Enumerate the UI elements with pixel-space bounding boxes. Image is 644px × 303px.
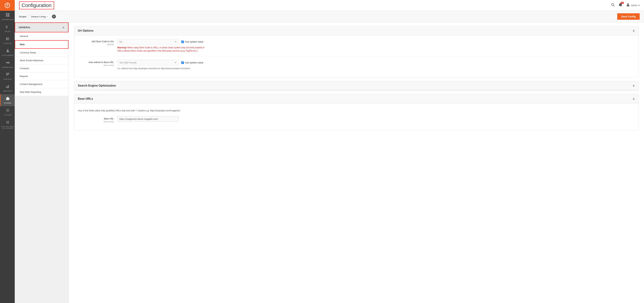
- svg-rect-12: [7, 99, 8, 100]
- user-dropdown-icon: ▾: [638, 4, 640, 7]
- url-options-header[interactable]: Url Options ∧: [74, 26, 638, 35]
- stores-icon: [6, 96, 10, 101]
- nav-item-general[interactable]: General: [15, 32, 68, 40]
- scope-select[interactable]: Default Config ▾: [29, 14, 50, 19]
- svg-point-16: [627, 3, 629, 5]
- svg-rect-10: [7, 86, 8, 88]
- header: Configuration 39 admin ▾: [15, 0, 644, 11]
- svg-rect-9: [6, 87, 7, 88]
- nav-item-currency-setup[interactable]: Currency Setup: [15, 49, 68, 56]
- sidebar-item-sales-label: SALES: [5, 30, 10, 32]
- seo-section-header[interactable]: Search Engine Optimization ∨: [74, 81, 638, 90]
- nav-item-contacts[interactable]: Contacts: [15, 64, 68, 72]
- main-content: Configuration 39 admin ▾ Scope: Default …: [15, 0, 644, 303]
- customers-icon: [6, 49, 10, 53]
- left-panel: GENERAL ∧ General Web Currency Setup Sto…: [15, 22, 69, 303]
- auto-redirect-select-row: No Yes (302 Found) Yes (301 Moved Perman…: [117, 60, 635, 65]
- auto-redirect-system-value-label: Use system value: [181, 61, 204, 64]
- svg-rect-8: [6, 75, 8, 75]
- base-url-field: Base URL [store view]: [78, 116, 635, 127]
- scope-label: Scope:: [19, 15, 27, 18]
- find-partners-icon: [6, 120, 10, 125]
- sidebar-item-customers[interactable]: CUSTOMERS: [0, 46, 15, 58]
- svg-rect-7: [6, 74, 9, 74]
- sidebar-item-reports[interactable]: REPORTS: [0, 82, 15, 94]
- seo-section-title: Search Engine Optimization: [78, 84, 116, 87]
- auto-redirect-control: No Yes (302 Found) Yes (301 Moved Perman…: [117, 60, 635, 70]
- sidebar-item-dashboard[interactable]: DASHBOARD: [0, 11, 15, 23]
- user-name: admin: [631, 4, 637, 7]
- url-options-section: Url Options ∧ Add Store Code to Urls [gl…: [74, 26, 638, 77]
- reports-icon: [6, 84, 10, 89]
- svg-line-15: [613, 5, 614, 7]
- catalog-icon: [6, 37, 10, 42]
- scope-value: Default Config: [31, 15, 46, 18]
- help-icon: ?: [53, 15, 54, 18]
- sales-icon: $: [6, 25, 10, 30]
- base-url-control: [117, 116, 635, 122]
- sidebar-item-marketing-label: MARKETING: [2, 66, 13, 68]
- auto-redirect-system-value-checkbox[interactable]: [181, 61, 184, 64]
- base-urls-title: Base URLs: [78, 97, 93, 100]
- svg-text:$: $: [6, 25, 8, 29]
- sidebar-item-system-label: SYSTEM: [4, 114, 11, 116]
- sidebar-item-reports-label: REPORTS: [3, 90, 12, 92]
- svg-point-5: [7, 49, 8, 51]
- svg-point-14: [612, 3, 614, 5]
- svg-point-13: [7, 110, 8, 111]
- svg-rect-3: [8, 15, 10, 17]
- scope-controls: Scope: Default Config ▾ ?: [19, 14, 56, 19]
- add-store-code-select-row: No Yes Use system value: [117, 39, 635, 44]
- sidebar-item-content[interactable]: CONTENT: [0, 70, 15, 82]
- notification-count: 39: [621, 2, 624, 4]
- svg-rect-2: [6, 15, 8, 17]
- add-store-code-control: No Yes Use system value Warning! When us…: [117, 39, 635, 52]
- base-urls-body: Any of the fields allow fully qualified …: [74, 103, 638, 130]
- url-options-chevron: ∧: [632, 29, 635, 33]
- sidebar-logo: [0, 0, 15, 11]
- base-urls-chevron: ∧: [632, 97, 635, 101]
- nav-item-store-email[interactable]: Store Email Addresses: [15, 56, 68, 64]
- sidebar-item-dashboard-label: DASHBOARD: [2, 18, 14, 20]
- sidebar-item-catalog-label: CATALOG: [4, 42, 12, 44]
- base-url-input[interactable]: [117, 116, 178, 122]
- auto-redirect-label: Auto-redirect to Base URL [store view]: [78, 60, 117, 67]
- sidebar-item-system[interactable]: SYSTEM: [0, 106, 15, 118]
- sidebar-item-content-label: CONTENT: [3, 78, 12, 80]
- save-config-button[interactable]: Save Config: [617, 13, 640, 20]
- add-store-code-select[interactable]: No Yes: [117, 39, 178, 44]
- page-title: Configuration: [19, 1, 54, 9]
- dashboard-icon: [6, 13, 10, 18]
- seo-chevron: ∨: [632, 84, 635, 88]
- sidebar-item-find-partners[interactable]: FIND PARTNERS & EXTENSIONS: [0, 118, 15, 131]
- content-icon: [6, 72, 10, 77]
- base-urls-header[interactable]: Base URLs ∧: [74, 94, 638, 103]
- add-store-code-system-value-checkbox[interactable]: [181, 41, 184, 43]
- sidebar-item-marketing[interactable]: MARKETING: [0, 58, 15, 70]
- add-store-code-warning: Warning! When using Store Code in URLs, …: [117, 46, 207, 52]
- url-options-body: Add Store Code to Urls [global] No Yes: [74, 35, 638, 77]
- header-actions: 39 admin ▾: [611, 3, 640, 8]
- add-store-code-system-value-label: Use system value: [181, 40, 204, 43]
- sidebar-item-stores-label: STORES: [4, 102, 12, 104]
- scope-bar: Scope: Default Config ▾ ? Save Config: [15, 11, 644, 22]
- nav-item-new-relic[interactable]: New Relic Reporting: [15, 88, 68, 96]
- auto-redirect-select[interactable]: No Yes (302 Found) Yes (301 Moved Perman…: [117, 60, 178, 65]
- general-section-header[interactable]: GENERAL ∧: [15, 22, 68, 32]
- svg-rect-11: [8, 85, 9, 88]
- base-url-label: Base URL [store view]: [78, 116, 117, 123]
- nav-item-web[interactable]: Web: [15, 40, 68, 49]
- search-icon[interactable]: [611, 3, 615, 8]
- nav-item-content-management[interactable]: Content Management: [15, 80, 68, 88]
- sidebar-item-sales[interactable]: $ SALES: [0, 23, 15, 34]
- user-menu[interactable]: admin ▾: [626, 3, 640, 8]
- body-layout: GENERAL ∧ General Web Currency Setup Sto…: [15, 22, 644, 303]
- sidebar-item-stores[interactable]: STORES: [0, 94, 15, 106]
- scope-help-button[interactable]: ?: [52, 14, 56, 18]
- nav-item-reports[interactable]: Reports: [15, 72, 68, 80]
- sidebar: DASHBOARD $ SALES CATALOG CUSTOMERS MARK…: [0, 0, 15, 303]
- sidebar-item-catalog[interactable]: CATALOG: [0, 35, 15, 46]
- notifications-bell[interactable]: 39: [618, 3, 622, 8]
- seo-section: Search Engine Optimization ∨: [74, 81, 638, 90]
- sidebar-item-customers-label: CUSTOMERS: [2, 54, 14, 56]
